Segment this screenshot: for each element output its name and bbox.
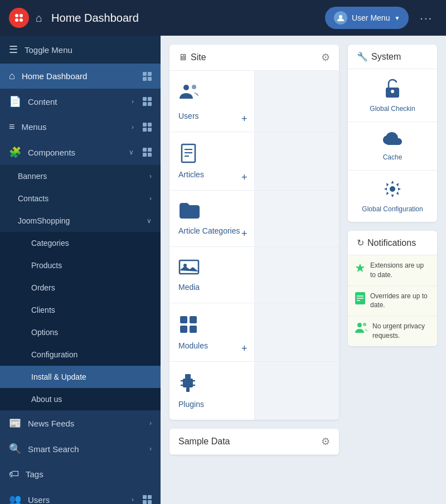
svg-rect-17: [185, 374, 191, 379]
tile-article-categories-label: Article Categories: [178, 226, 240, 235]
chevron-down-icon: ▼: [394, 15, 400, 21]
tile-article-categories[interactable]: Article Categories +: [169, 191, 255, 246]
joomshopping-submenu: Categories Products Orders Clients Optio…: [0, 232, 161, 410]
chevron-right-icon: ›: [132, 98, 134, 105]
home-icon: ⌂: [9, 70, 15, 82]
user-menu-label: User Menu: [352, 13, 390, 22]
tile-plugins[interactable]: Plugins: [169, 362, 255, 420]
sidebar-item-categories[interactable]: Categories: [0, 232, 161, 254]
sidebar-item-options[interactable]: Options: [0, 321, 161, 343]
sidebar-item-products[interactable]: Products: [0, 254, 161, 277]
search-icon: 🔍: [9, 443, 21, 455]
sidebar-item-orders[interactable]: Orders: [0, 277, 161, 299]
sidebar-item-label: Clients: [31, 306, 55, 314]
chevron-right-icon: ›: [149, 195, 152, 202]
sidebar-item-label: Users: [28, 495, 50, 505]
tile-article-categories-add-icon[interactable]: +: [241, 228, 248, 240]
global-checkin-label: Global Checkin: [370, 105, 415, 113]
chevron-down-icon: ∨: [147, 217, 152, 225]
system-tile-global-checkin[interactable]: Global Checkin: [348, 69, 437, 122]
components-submenu: Banners › Contacts › JoomShopping ∨ Cate…: [0, 165, 161, 410]
user-menu-button[interactable]: User Menu ▼: [325, 7, 409, 29]
toggle-menu-label: Toggle Menu: [25, 45, 72, 55]
svg-rect-15: [180, 326, 187, 333]
more-options-button[interactable]: ···: [415, 7, 437, 29]
svg-rect-18: [183, 379, 193, 387]
site-settings-icon[interactable]: ⚙: [321, 51, 330, 64]
system-tile-cache[interactable]: Cache: [348, 122, 437, 171]
sidebar-item-configuration[interactable]: Configuration: [0, 343, 161, 366]
sidebar-item-components[interactable]: 🧩 Components ∨: [0, 139, 161, 165]
doc-icon: [355, 292, 366, 308]
main-layout: ☰ Toggle Menu ⌂ Home Dashboard 📄 Content…: [0, 36, 446, 504]
sidebar-item-joomshopping[interactable]: JoomShopping ∨: [0, 210, 161, 232]
plugins-tile-icon: [178, 373, 197, 395]
sidebar-item-contacts[interactable]: Contacts ›: [0, 187, 161, 210]
notif-overrides-text: Overrides are up to date.: [370, 292, 430, 311]
tile-modules[interactable]: Modules +: [169, 303, 255, 361]
sidebar-item-about-us[interactable]: About us: [0, 388, 161, 410]
tile-modules-add-icon[interactable]: +: [241, 343, 248, 355]
users-tile-icon: [178, 82, 201, 107]
sidebar-item-label: About us: [31, 395, 62, 404]
tile-modules-label: Modules: [178, 341, 208, 350]
sidebar-item-label: Categories: [31, 239, 69, 248]
joomla-logo: [9, 8, 29, 28]
menus-grid-icon: [143, 123, 152, 132]
cache-label: Cache: [383, 153, 403, 161]
content-area: 🖥 Site ⚙: [161, 36, 446, 504]
tile-row-modules: Modules +: [169, 303, 339, 362]
system-tile-global-configuration[interactable]: Global Configuration: [348, 171, 437, 222]
svg-point-3: [20, 18, 23, 22]
refresh-icon: ↻: [357, 238, 364, 248]
site-tiles-grid: Users +: [169, 71, 339, 420]
tile-media-label: Media: [178, 283, 200, 292]
system-panel: 🔧 System Global Checkin: [348, 45, 437, 222]
star-icon: ★: [355, 261, 366, 275]
tile-users-label: Users: [178, 112, 199, 120]
right-panel: 🔧 System Global Checkin: [348, 45, 437, 495]
chevron-right-icon: ›: [149, 172, 152, 180]
sidebar-item-content[interactable]: 📄 Content ›: [0, 89, 161, 114]
tile-users[interactable]: Users +: [169, 71, 255, 132]
notif-item-extensions: ★ Extensions are up to date.: [348, 255, 437, 286]
tile-articles[interactable]: Articles +: [169, 132, 255, 190]
tile-placeholder-3: [255, 191, 340, 246]
sidebar-item-smart-search[interactable]: 🔍 Smart Search ›: [0, 436, 161, 462]
sidebar-item-users[interactable]: 👥 Users ›: [0, 487, 161, 504]
sidebar-item-toggle-menu[interactable]: ☰ Toggle Menu: [0, 36, 161, 64]
users-icon: 👥: [9, 493, 21, 504]
sidebar-item-tags[interactable]: 🏷 Tags: [0, 462, 161, 487]
chevron-right-icon: ›: [149, 419, 152, 427]
sidebar-item-label: News Feeds: [28, 419, 74, 428]
sidebar-item-label: Menus: [22, 122, 47, 132]
sidebar-item-news-feeds[interactable]: 📰 News Feeds ›: [0, 410, 161, 436]
sidebar-item-label: Tags: [26, 469, 43, 479]
tile-users-add-icon[interactable]: +: [241, 113, 248, 125]
sidebar-item-banners[interactable]: Banners ›: [0, 165, 161, 187]
sidebar-item-home-dashboard[interactable]: ⌂ Home Dashboard: [0, 64, 161, 89]
tile-media[interactable]: Media: [169, 247, 255, 303]
components-grid-icon: [143, 148, 152, 157]
media-tile-icon: [178, 258, 200, 278]
notifications-panel-header: ↻ Notifications: [348, 231, 437, 255]
tile-row-users: Users +: [169, 71, 339, 132]
sidebar-item-label: Install & Update: [31, 372, 86, 381]
tile-articles-add-icon[interactable]: +: [241, 172, 248, 183]
svg-point-25: [391, 90, 394, 93]
chevron-right-icon: ›: [149, 445, 152, 453]
sidebar-item-clients[interactable]: Clients: [0, 299, 161, 321]
notif-extensions-text: Extensions are up to date.: [370, 261, 430, 280]
sidebar-item-menus[interactable]: ≡ Menus ›: [0, 114, 161, 139]
sample-data-settings-icon[interactable]: ⚙: [321, 435, 330, 448]
sidebar-item-install-update[interactable]: Install & Update: [0, 366, 161, 388]
site-panel-title-group: 🖥 Site: [178, 52, 206, 62]
notifications-panel: ↻ Notifications ★ Extensions are up to d…: [348, 231, 437, 346]
site-panel-title: Site: [191, 52, 206, 62]
sidebar-item-label: Orders: [31, 283, 55, 292]
sidebar-item-label: Smart Search: [28, 444, 79, 454]
svg-point-5: [183, 85, 189, 90]
gear-icon: [383, 180, 402, 201]
cloud-icon: [382, 131, 403, 149]
notifications-list: ★ Extensions are up to date.: [348, 255, 437, 346]
